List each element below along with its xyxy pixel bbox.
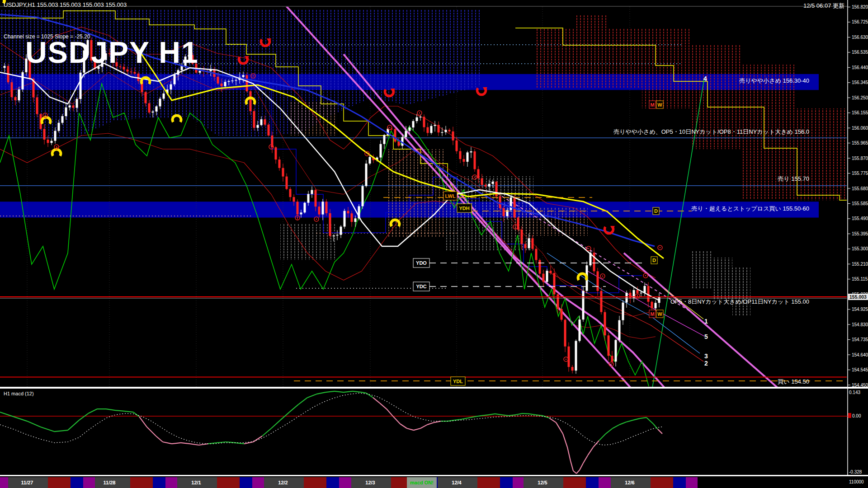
- panel-separator[interactable]: [0, 387, 868, 389]
- jp-annotation: 売りやや小さめ 156.30-40: [739, 77, 809, 84]
- price-axis-label: 154.545: [852, 367, 868, 372]
- date-label[interactable]: 12/4: [452, 480, 462, 485]
- strip-block: [686, 477, 698, 488]
- strip-block: [240, 477, 252, 488]
- current-price-value: 155.003: [849, 294, 867, 300]
- red-dot: [316, 219, 317, 220]
- tag-box-lwl: LWL: [443, 192, 457, 200]
- tag-box-ydo: YDO: [413, 258, 429, 267]
- strip-block: [83, 477, 95, 488]
- line-number-label: 3: [704, 352, 708, 360]
- jp-annotation: 売りやや小さめ、OP5・10日NYカット/OP8・11日NYカット大きめ 156…: [613, 128, 809, 135]
- strip-block: [651, 477, 673, 488]
- strip-block: [437, 477, 438, 488]
- tag-box-m: M: [649, 310, 656, 318]
- price-axis-label: 156.440: [852, 65, 868, 70]
- strip-block: [513, 477, 524, 488]
- red-cloud-hatch: [796, 108, 847, 200]
- strip-block: [252, 477, 264, 488]
- date-label[interactable]: 12/6: [625, 480, 634, 485]
- svg-text:W: W: [657, 102, 662, 108]
- strip-block: [673, 477, 686, 488]
- price-axis-label: 154.925: [852, 307, 868, 312]
- red-dot: [253, 75, 254, 77]
- price-axis-label: 156.630: [852, 35, 868, 40]
- price-axis-label: 156.155: [852, 110, 868, 115]
- date-label[interactable]: 12/3: [365, 480, 375, 485]
- price-axis-label: 155.965: [852, 141, 868, 145]
- price-axis-label: 155.115: [852, 277, 868, 282]
- jp-annotation: OP5・8日NYカット大きめ/OP11日NYカット 155.00: [670, 298, 809, 305]
- macd-min-label: -0.328: [849, 469, 862, 474]
- price-axis-label: 154.640: [852, 352, 868, 357]
- tag-box-w: W: [656, 310, 663, 318]
- tag-box-d: D: [651, 257, 657, 264]
- macd-indicator-label: H1 macd (12): [4, 391, 34, 396]
- white-cloud-hatch: [692, 251, 712, 289]
- strip-block: [391, 477, 407, 488]
- price-axis-label: 155.775: [852, 171, 868, 176]
- svg-text:W: W: [657, 311, 662, 317]
- white-cloud-hatch: [732, 267, 750, 316]
- strip-block: [48, 477, 71, 488]
- macd-on-label: macd ON!: [410, 480, 434, 485]
- strip-block: [130, 477, 153, 488]
- red-dot: [588, 248, 590, 249]
- svg-text:LWL: LWL: [445, 193, 455, 199]
- red-dot: [660, 247, 661, 249]
- red-dot: [566, 359, 567, 360]
- red-cloud-hatch: [642, 28, 692, 108]
- line-number-label: 2: [704, 360, 708, 367]
- price-axis-label: 155.490: [852, 216, 868, 221]
- macd-zero-label: 0.00: [852, 413, 861, 418]
- svg-text:YDL: YDL: [453, 379, 463, 384]
- line-number-label: 1: [704, 318, 708, 325]
- red-dot: [515, 226, 516, 228]
- date-label[interactable]: 11/27: [21, 480, 33, 485]
- trading-chart-window: YDOYDCLWLYDHYDLMWDDMW41532売りやや小さめ 156.30…: [0, 0, 868, 488]
- svg-text:YDO: YDO: [416, 260, 427, 266]
- white-cloud-hatch: [712, 258, 732, 300]
- symbol-watermark: USDJPY H1: [25, 35, 199, 70]
- panel-separator[interactable]: [0, 475, 868, 476]
- quote-line: USDJPY,H1 155.003 155.003 155.003 155.00…: [4, 1, 127, 8]
- strip-block: [71, 477, 83, 488]
- date-label[interactable]: 11/28: [104, 480, 116, 485]
- jp-annotation: 売り 155.70: [778, 175, 809, 182]
- price-axis-label: 155.395: [852, 231, 868, 236]
- price-axis-label: 155.680: [852, 186, 868, 191]
- red-dot: [611, 364, 612, 365]
- red-dot: [474, 177, 476, 178]
- strip-block: [304, 477, 326, 488]
- tag-box-d: D: [653, 207, 659, 215]
- salmon-cloud-hatch: [289, 102, 337, 136]
- salmon-cloud-hatch: [387, 149, 445, 237]
- price-axis-label: 154.735: [852, 337, 868, 342]
- price-axis-label: 154.450: [852, 383, 868, 388]
- line-number-label: 4: [703, 75, 707, 82]
- price-axis-label: 156.725: [852, 19, 868, 24]
- jp-annotation: 買い 154.50: [778, 378, 809, 385]
- strip-block: [153, 477, 165, 488]
- tag-box-m: M: [649, 101, 656, 108]
- date-label[interactable]: 12/1: [191, 480, 201, 485]
- date-label[interactable]: 12/2: [278, 480, 288, 485]
- update-timestamp: 12/5 06:07 更新: [803, 2, 844, 10]
- red-dot: [56, 146, 57, 148]
- strip-block: [477, 477, 500, 488]
- red-dot: [271, 146, 272, 148]
- svg-text:YDC: YDC: [416, 284, 426, 289]
- svg-text:YDH: YDH: [459, 206, 469, 211]
- date-label[interactable]: 12/5: [538, 480, 547, 485]
- red-dot: [45, 115, 46, 116]
- price-axis-label: 155.210: [852, 262, 868, 267]
- price-axis-label: 155.585: [852, 201, 868, 206]
- strip-block: [563, 477, 586, 488]
- strip-block: [599, 477, 611, 488]
- red-dot: [645, 275, 646, 277]
- red-cloud-hatch: [574, 14, 608, 28]
- strip-block: [586, 477, 599, 488]
- svg-text:D: D: [652, 258, 656, 263]
- strip-block: [0, 477, 8, 488]
- strip-block: [326, 477, 339, 488]
